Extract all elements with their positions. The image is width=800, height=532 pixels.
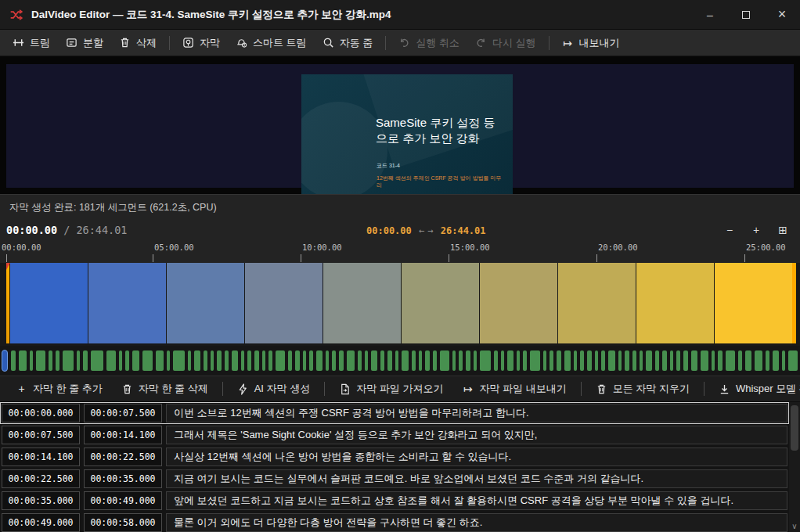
waveform-strip[interactable] xyxy=(0,346,800,376)
waveform-position-marker[interactable] xyxy=(2,350,8,372)
smart-trim-icon xyxy=(236,37,247,49)
undo-icon xyxy=(398,37,410,49)
subtitle-button[interactable]: 자막 xyxy=(175,33,228,53)
export-button[interactable]: ↦내보내기 xyxy=(554,33,628,53)
timeline-segment[interactable] xyxy=(167,263,244,343)
playhead[interactable] xyxy=(6,263,9,343)
scrollbar-down-button[interactable]: ∨ xyxy=(789,519,800,532)
transport-row: 00:00.00 / 26:44.01 00:00.00 ←→ 26:44.01… xyxy=(0,221,800,241)
range-start: 00:00.00 xyxy=(366,225,412,236)
timeline-segment[interactable] xyxy=(10,263,88,343)
subtitle-start-time[interactable]: 00:00:14.100 xyxy=(2,448,80,466)
subtitle-row[interactable]: 00:00:22.50000:00:35.000지금 여기 보시는 코드는 실무… xyxy=(2,469,787,488)
subtitle-start-time[interactable]: 00:00:00.000 xyxy=(2,404,80,422)
subtitle-start-time[interactable]: 00:00:22.500 xyxy=(2,469,80,488)
delete-subtitle-line-button[interactable]: 자막 한 줄 삭제 xyxy=(112,379,218,399)
ruler-tick xyxy=(6,254,7,262)
waveform-bar xyxy=(595,350,598,371)
subtitle-start-time[interactable]: 00:00:35.000 xyxy=(2,491,80,510)
smart-trim-button[interactable]: 스마트 트림 xyxy=(228,33,315,53)
grid-view-button[interactable]: ⊞ xyxy=(773,221,792,239)
waveform-bar xyxy=(119,350,122,371)
redo-button[interactable]: 다시 실행 xyxy=(467,33,544,53)
timeline-segment[interactable] xyxy=(245,263,323,343)
subtitle-end-time[interactable]: 00:00:22.500 xyxy=(84,448,162,466)
whisper-model-manager-button[interactable]: Whisper 모델 관리 xyxy=(709,379,800,399)
scrollbar-thumb[interactable] xyxy=(791,405,798,451)
undo-button[interactable]: 실행 취소 xyxy=(391,33,467,53)
zoom-in-button[interactable]: + xyxy=(747,221,766,239)
subtitle-row[interactable]: 00:00:07.50000:00:14.100그래서 제목은 'Same Si… xyxy=(2,426,787,444)
add-subtitle-line-button[interactable]: +자막 한 줄 추가 xyxy=(6,379,112,399)
waveform-bar xyxy=(194,350,200,371)
subtitle-badge-icon xyxy=(182,37,194,49)
subtitle-row[interactable]: 00:00:14.10000:00:22.500사실상 12번째 섹션에 나온 … xyxy=(2,448,787,466)
waveform-bar xyxy=(712,350,715,371)
trash-icon xyxy=(121,383,133,395)
auto-zoom-button[interactable]: 자동 줌 xyxy=(315,33,381,53)
waveform-bar xyxy=(156,350,164,371)
maximize-button[interactable] xyxy=(728,0,764,29)
waveform-bar xyxy=(173,350,185,371)
split-button[interactable]: 분할 xyxy=(58,33,111,53)
waveform-bar xyxy=(782,350,785,371)
waveform-bar xyxy=(726,350,735,371)
waveform-bar xyxy=(316,350,323,371)
main-toolbar: 트림분할삭제자막스마트 트림자동 줌실행 취소다시 실행↦내보내기 xyxy=(0,30,800,56)
subtitle-text[interactable]: 지금 여기 보시는 코드는 실무에서 슬퍼판 코드예요. 바로 앞소업에서 보셨… xyxy=(166,469,787,488)
waveform-bar xyxy=(755,350,762,371)
subtitle-end-time[interactable]: 00:00:35.000 xyxy=(84,469,162,488)
subtitle-row[interactable]: 00:00:00.00000:00:07.500이번 소브로 12번째 섹션의 … xyxy=(2,404,787,422)
timeline-segment[interactable] xyxy=(636,263,714,343)
subtitle-start-time[interactable]: 00:00:49.000 xyxy=(2,513,80,532)
ruler-time-label: 25:00.00 xyxy=(746,243,786,252)
range-arrow-right: → xyxy=(426,225,434,236)
ai-generate-subtitles-button[interactable]: AI 자막 생성 xyxy=(228,379,320,399)
trim-button[interactable]: 트림 xyxy=(5,33,58,53)
waveform-bar xyxy=(517,350,520,371)
lightning-icon xyxy=(237,383,249,395)
timeline-segment[interactable] xyxy=(323,263,401,343)
zoom-out-button[interactable]: − xyxy=(720,221,739,239)
subtitle-text[interactable]: 그래서 제목은 'Same Sight Cookie' 설정 등으로 추가 보안… xyxy=(166,426,787,444)
file-import-icon xyxy=(339,383,351,395)
import-subtitle-file-button[interactable]: 자막 파일 가져오기 xyxy=(330,379,452,399)
timeline-segment[interactable] xyxy=(88,263,166,343)
subtitle-end-time[interactable]: 00:00:49.000 xyxy=(84,491,162,510)
total-duration: / 26:44.01 xyxy=(57,224,127,236)
subtitle-text[interactable]: 이번 소브로 12번째 섹션의 주쟁 CSRF 공격 방어 방법을 마무리하려고… xyxy=(166,404,787,422)
timeline-ruler[interactable]: 00:00.0005:00.0010:00.0015:00.0020:00.00… xyxy=(0,241,800,263)
close-button[interactable]: × xyxy=(764,0,800,29)
subtitle-end-time[interactable]: 00:00:14.100 xyxy=(84,426,162,444)
minimize-icon: – xyxy=(707,9,713,21)
subtitle-end-time[interactable]: 00:00:07.500 xyxy=(84,404,162,422)
timeline-segment[interactable] xyxy=(715,263,792,343)
subtitle-row[interactable]: 00:00:49.00000:00:58.000물론 이거 외에도 더 다양한 … xyxy=(2,513,787,532)
waveform-bar xyxy=(142,350,153,371)
subtitle-text[interactable]: 앞에 보셨던 코드하고 지금 보시는 코드하고 상호 참조를 해서 잘 활용하시… xyxy=(166,491,787,510)
waveform-bar xyxy=(254,350,259,371)
clear-all-subtitles-button[interactable]: 모든 자막 지우기 xyxy=(586,379,699,399)
timeline-segment[interactable] xyxy=(480,263,557,343)
subtitle-end-time[interactable]: 00:00:58.000 xyxy=(84,513,162,532)
waveform-bar xyxy=(662,350,667,371)
delete-button[interactable]: 삭제 xyxy=(111,33,164,53)
subtitle-row[interactable]: 00:00:35.00000:00:49.000앞에 보셨던 코드하고 지금 보… xyxy=(2,491,787,510)
preview-area: SameSite 쿠키 설정 등 으로 추가 보안 강화 코드 31-4 12번… xyxy=(0,56,800,194)
waveform-bar xyxy=(30,350,33,371)
waveform-bar xyxy=(56,350,59,371)
waveform-bar xyxy=(91,350,103,371)
export-subtitle-file-button[interactable]: ↦자막 파일 내보내기 xyxy=(452,379,575,399)
subtitle-text[interactable]: 물론 이거 외에도 더 다양한 다층 방어 전략을 구사하면 더 좋긴 하죠. xyxy=(166,513,787,532)
slide-title: SameSite 쿠키 설정 등 으로 추가 보안 강화 xyxy=(376,115,509,146)
waveform-bar xyxy=(387,350,392,371)
video-frame[interactable]: SameSite 쿠키 설정 등 으로 추가 보안 강화 코드 31-4 12번… xyxy=(6,64,794,188)
redo-icon xyxy=(475,37,487,49)
subtitle-text[interactable]: 사실상 12번째 섹션에 나온 방어 방법을 종합하는 소비라고 할 수 있습니… xyxy=(166,448,787,466)
playback-time: 00:00.00 / 26:44.01 xyxy=(6,224,127,236)
timeline-segment[interactable] xyxy=(402,263,479,343)
subtitle-start-time[interactable]: 00:00:07.500 xyxy=(2,426,80,444)
subtitle-scrollbar[interactable]: ∨ xyxy=(789,402,800,532)
timeline-segment[interactable] xyxy=(558,263,636,343)
minimize-button[interactable]: – xyxy=(692,0,728,29)
